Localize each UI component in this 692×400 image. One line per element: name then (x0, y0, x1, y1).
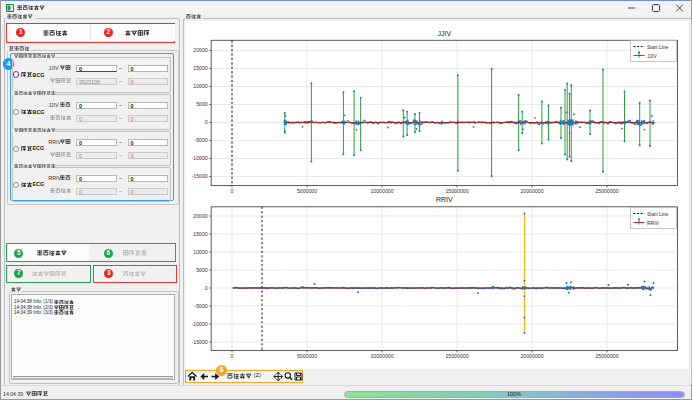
svg-text:JJIV: JJIV (438, 30, 452, 37)
svg-text:0: 0 (231, 188, 234, 194)
svg-text:Start Line: Start Line (647, 44, 669, 50)
svg-text:-5000: -5000 (194, 137, 207, 143)
svg-text:15000: 15000 (193, 65, 208, 71)
svg-text:25000000: 25000000 (595, 188, 618, 194)
svg-text:-5000: -5000 (194, 303, 207, 309)
svg-text:RRIV: RRIV (436, 196, 453, 203)
svg-text:20000: 20000 (193, 47, 208, 53)
svg-text:20000000: 20000000 (520, 353, 543, 359)
svg-text:15000000: 15000000 (445, 353, 468, 359)
svg-text:5000: 5000 (196, 101, 208, 107)
svg-text:-10000: -10000 (192, 155, 208, 161)
svg-text:RRIV: RRIV (647, 220, 660, 226)
svg-text:20000000: 20000000 (520, 188, 543, 194)
svg-text:20000: 20000 (193, 213, 208, 219)
svg-text:10000000: 10000000 (370, 188, 393, 194)
svg-text:5000000: 5000000 (297, 188, 317, 194)
svg-text:0: 0 (205, 119, 208, 125)
svg-text:JJIV: JJIV (647, 53, 657, 59)
svg-text:15000000: 15000000 (445, 188, 468, 194)
svg-text:5000: 5000 (196, 267, 208, 273)
svg-text:10000: 10000 (193, 249, 208, 255)
svg-text:-15000: -15000 (192, 339, 208, 345)
svg-text:Start Line: Start Line (647, 211, 669, 217)
svg-text:25000000: 25000000 (595, 353, 618, 359)
svg-text:0: 0 (231, 353, 234, 359)
svg-text:-15000: -15000 (192, 173, 208, 179)
svg-text:15000: 15000 (193, 231, 208, 237)
svg-text:10000000: 10000000 (370, 353, 393, 359)
svg-text:-10000: -10000 (192, 321, 208, 327)
svg-text:10000: 10000 (193, 83, 208, 89)
svg-text:0: 0 (205, 285, 208, 291)
svg-text:5000000: 5000000 (297, 353, 317, 359)
